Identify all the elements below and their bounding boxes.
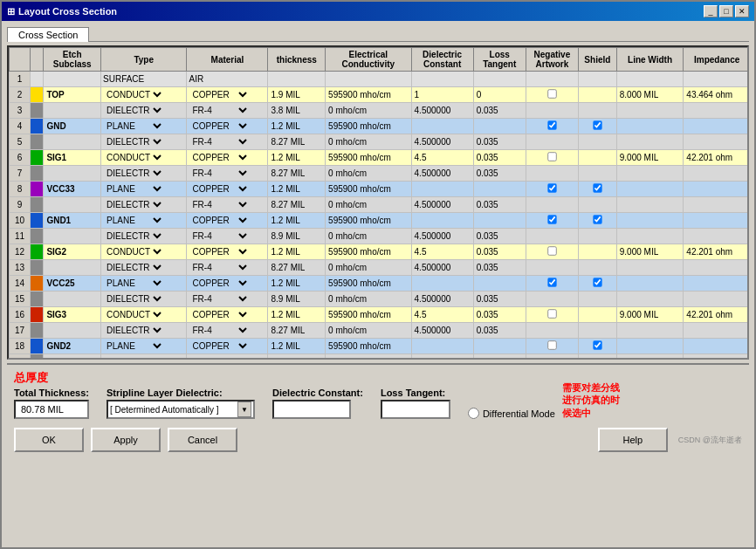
material[interactable]: COPPERFR-4AIR [187, 166, 268, 182]
type-select[interactable]: CONDUCTORDIELECTRICPLANE [103, 355, 164, 360]
material[interactable]: COPPERFR-4AIR [187, 103, 268, 119]
cancel-button[interactable]: Cancel [168, 428, 237, 452]
negative-artwork[interactable] [526, 244, 578, 260]
shield-checkbox[interactable] [593, 340, 601, 349]
type-select[interactable]: CONDUCTORDIELECTRICPLANE [103, 135, 164, 148]
layer-type[interactable]: CONDUCTORDIELECTRICPLANE [101, 150, 187, 166]
negative-artwork[interactable] [526, 339, 578, 354]
dielec-constant-input[interactable] [272, 400, 351, 419]
material[interactable]: COPPERFR-4AIR [187, 276, 268, 292]
layer-type[interactable]: CONDUCTORDIELECTRICPLANE [101, 119, 187, 134]
negative-artwork[interactable] [526, 87, 578, 103]
material[interactable]: COPPERFR-4AIR [187, 87, 268, 103]
material-select[interactable]: COPPERFR-4AIR [189, 214, 250, 227]
material-select[interactable]: COPPERFR-4AIR [189, 245, 250, 258]
type-select[interactable]: CONDUCTORDIELECTRICPLANE [103, 167, 164, 180]
shield[interactable] [579, 339, 617, 354]
negative-artwork[interactable] [526, 182, 578, 197]
material-select[interactable]: COPPERFR-4AIR [189, 292, 250, 305]
material-select[interactable]: COPPERFR-4AIR [189, 340, 250, 353]
shield[interactable] [579, 276, 617, 292]
type-select[interactable]: CONDUCTORDIELECTRICPLANE [103, 88, 164, 101]
material[interactable]: COPPERFR-4AIR [187, 182, 268, 197]
negative-artwork[interactable] [526, 276, 578, 292]
loss-tangent-input[interactable] [381, 400, 450, 419]
material[interactable]: COPPERFR-4AIR [187, 244, 268, 260]
material-select[interactable]: COPPERFR-4AIR [189, 198, 250, 211]
material-select[interactable]: COPPERFR-4AIR [189, 324, 250, 337]
material[interactable]: COPPERFR-4AIR [187, 213, 268, 229]
shield-checkbox[interactable] [593, 215, 601, 223]
cross-section-table-container[interactable]: EtchSubclass Type Material thickness Ele… [7, 45, 749, 360]
material-select[interactable]: COPPERFR-4AIR [189, 151, 250, 164]
help-button[interactable]: Help [598, 428, 668, 452]
layer-type[interactable]: CONDUCTORDIELECTRICPLANE [101, 323, 187, 339]
negative-artwork[interactable] [526, 150, 578, 166]
material[interactable]: COPPERFR-4AIR [187, 323, 268, 339]
negative-artwork[interactable] [526, 307, 578, 323]
material[interactable]: COPPERFR-4AIR [187, 197, 268, 213]
layer-type[interactable]: CONDUCTORDIELECTRICPLANE [101, 197, 187, 213]
material-select[interactable]: COPPERFR-4AIR [189, 261, 250, 274]
negative-artwork[interactable] [526, 119, 578, 134]
material[interactable]: COPPERFR-4AIR [187, 229, 268, 244]
material[interactable]: COPPERFR-4AIR [187, 150, 268, 166]
layer-type[interactable]: CONDUCTORDIELECTRICPLANE [101, 134, 187, 150]
layer-type[interactable]: CONDUCTORDIELECTRICPLANE [101, 339, 187, 354]
apply-button[interactable]: Apply [91, 428, 161, 452]
type-select[interactable]: CONDUCTORDIELECTRICPLANE [103, 230, 164, 243]
type-select[interactable]: CONDUCTORDIELECTRICPLANE [103, 214, 164, 227]
type-select[interactable]: CONDUCTORDIELECTRICPLANE [103, 104, 164, 117]
layer-type[interactable]: CONDUCTORDIELECTRICPLANE [101, 276, 187, 292]
negative-artwork-checkbox[interactable] [547, 215, 556, 223]
material-select[interactable]: COPPERFR-4AIR [189, 277, 250, 290]
material[interactable]: COPPERFR-4AIR [187, 307, 268, 323]
type-select[interactable]: CONDUCTORDIELECTRICPLANE [103, 292, 164, 305]
type-select[interactable]: CONDUCTORDIELECTRICPLANE [103, 245, 164, 258]
layer-type[interactable]: CONDUCTORDIELECTRICPLANE [101, 166, 187, 182]
type-select[interactable]: CONDUCTORDIELECTRICPLANE [103, 261, 164, 274]
shield[interactable] [579, 213, 617, 229]
type-select[interactable]: CONDUCTORDIELECTRICPLANE [103, 340, 164, 353]
material-select[interactable]: COPPERFR-4AIR [189, 135, 250, 148]
type-select[interactable]: CONDUCTORDIELECTRICPLANE [103, 182, 164, 196]
material-select[interactable]: COPPERFR-4AIR [189, 88, 250, 101]
material-select[interactable]: COPPERFR-4AIR [189, 355, 250, 360]
material[interactable]: COPPERFR-4AIR [187, 339, 268, 354]
material-select[interactable]: COPPERFR-4AIR [189, 120, 250, 133]
layer-type[interactable]: CONDUCTORDIELECTRICPLANE [101, 260, 187, 276]
layer-type[interactable]: CONDUCTORDIELECTRICPLANE [101, 292, 187, 307]
layer-type[interactable]: CONDUCTORDIELECTRICPLANE [101, 354, 187, 360]
material-select[interactable]: COPPERFR-4AIR [189, 308, 250, 321]
negative-artwork-checkbox[interactable] [547, 246, 556, 255]
layer-type[interactable]: CONDUCTORDIELECTRICPLANE [101, 87, 187, 103]
shield-checkbox[interactable] [593, 278, 601, 286]
cross-section-tab[interactable]: Cross Section [7, 27, 89, 42]
material-select[interactable]: COPPERFR-4AIR [189, 182, 250, 196]
layer-type[interactable]: CONDUCTORDIELECTRICPLANE [101, 182, 187, 197]
shield-checkbox[interactable] [593, 183, 601, 192]
material-select[interactable]: COPPERFR-4AIR [189, 230, 250, 243]
negative-artwork[interactable] [526, 213, 578, 229]
material[interactable]: COPPERFR-4AIR [187, 292, 268, 307]
minimize-button[interactable]: _ [704, 5, 718, 17]
layer-type[interactable]: CONDUCTORDIELECTRICPLANE [101, 244, 187, 260]
maximize-button[interactable]: □ [719, 5, 733, 17]
ok-button[interactable]: OK [14, 428, 84, 452]
diff-mode-radio[interactable] [468, 408, 479, 419]
layer-type[interactable]: CONDUCTORDIELECTRICPLANE [101, 213, 187, 229]
material[interactable]: COPPERFR-4AIR [187, 134, 268, 150]
material-select[interactable]: COPPERFR-4AIR [189, 104, 250, 117]
type-select[interactable]: CONDUCTORDIELECTRICPLANE [103, 324, 164, 337]
close-button[interactable]: ✕ [735, 5, 749, 17]
layer-type[interactable]: CONDUCTORDIELECTRICPLANE [101, 229, 187, 244]
negative-artwork-checkbox[interactable] [547, 120, 556, 129]
negative-artwork-checkbox[interactable] [547, 183, 556, 192]
material[interactable]: COPPERFR-4AIR [187, 354, 268, 360]
type-select[interactable]: CONDUCTORDIELECTRICPLANE [103, 151, 164, 164]
material[interactable]: COPPERFR-4AIR [187, 260, 268, 276]
shield[interactable] [579, 182, 617, 197]
negative-artwork-checkbox[interactable] [547, 152, 556, 161]
material-select[interactable]: COPPERFR-4AIR [189, 167, 250, 180]
negative-artwork-checkbox[interactable] [547, 278, 556, 286]
